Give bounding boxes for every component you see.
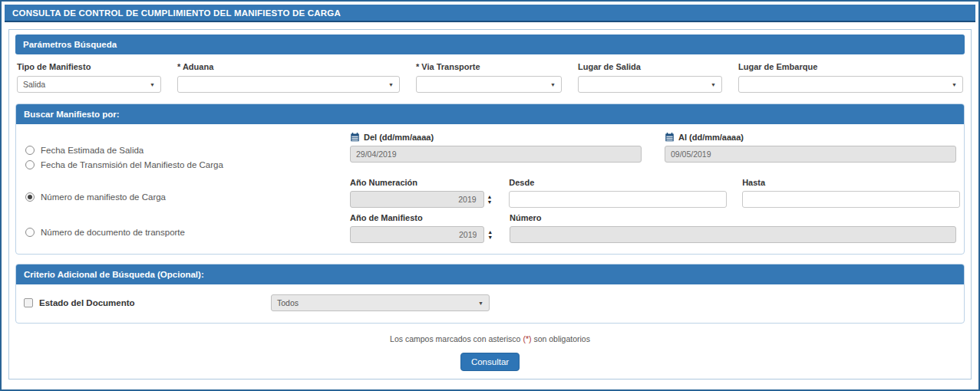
documento-number-fields: Año de Manifiesto ▲ ▼ Número bbox=[350, 208, 956, 243]
estado-documento-field: Estado del Documento bbox=[24, 298, 271, 307]
date-radio-group: Fecha Estimada de Salida Fecha de Transm… bbox=[24, 127, 350, 169]
params-section-header: Parámetros Búsqueda bbox=[15, 34, 965, 54]
radio-numero-manifiesto[interactable]: Número de manifiesto de Carga bbox=[25, 192, 350, 202]
tipo-manifiesto-label: Tipo de Manifiesto bbox=[17, 62, 161, 71]
note-asterisk: (*) bbox=[523, 334, 531, 343]
radio-label: Fecha Estimada de Salida bbox=[41, 146, 144, 155]
chevron-down-icon: ▼ bbox=[550, 82, 556, 87]
via-transporte-label: * Via Transporte bbox=[416, 62, 562, 71]
documento-radio-group: Número de documento de transporte bbox=[24, 208, 350, 243]
aduana-select[interactable]: ▼ bbox=[177, 76, 400, 93]
radio-label: Número de manifiesto de Carga bbox=[41, 192, 166, 202]
al-date-label: Al (dd/mm/aaaa) bbox=[678, 133, 744, 142]
anio-numeracion-input bbox=[350, 191, 484, 208]
field-fecha-al: Al (dd/mm/aaaa) bbox=[665, 127, 956, 169]
anio-numeracion-label: Año Numeración bbox=[350, 178, 495, 187]
anio-manifiesto-label: Año de Manifiesto bbox=[350, 213, 496, 222]
tipo-manifiesto-value: Salida bbox=[23, 80, 45, 89]
stepper-arrows: ▲ ▼ bbox=[484, 191, 496, 208]
hasta-label: Hasta bbox=[742, 178, 960, 187]
required-fields-note: Los campos marcados con asterisco (*) so… bbox=[15, 334, 965, 343]
band-dates: Fecha Estimada de Salida Fecha de Transm… bbox=[24, 127, 956, 169]
desde-input[interactable] bbox=[509, 191, 727, 208]
field-fecha-del: Del (dd/mm/aaaa) bbox=[350, 127, 642, 169]
criterio-section-body: Estado del Documento Todos ▼ bbox=[16, 284, 964, 323]
field-via-transporte: * Via Transporte ▼ bbox=[416, 62, 562, 93]
criterio-adicional-box: Criterio Adicional de Búsqueda (Opcional… bbox=[15, 264, 965, 324]
manifiesto-radio-group: Número de manifiesto de Carga bbox=[24, 172, 350, 208]
buscar-manifiesto-box: Buscar Manifiesto por: Fecha Estimada de… bbox=[15, 104, 965, 255]
app-window: CONSULTA DE CONTROL DE CUMPLIMIENTO DEL … bbox=[0, 0, 980, 391]
note-prefix: Los campos marcados con asterisco bbox=[390, 334, 520, 343]
chevron-down-icon: ▼ bbox=[711, 82, 716, 87]
field-tipo-manifiesto: Tipo de Manifiesto Salida ▼ bbox=[17, 62, 161, 93]
anio-manifiesto-stepper: ▲ ▼ bbox=[350, 226, 496, 243]
radio-fecha-estimada-salida[interactable]: Fecha Estimada de Salida bbox=[25, 146, 350, 155]
search-panel: Parámetros Búsqueda Tipo de Manifiesto S… bbox=[8, 29, 972, 380]
lugar-embarque-select[interactable]: ▼ bbox=[738, 76, 963, 93]
radio-numero-documento-transporte[interactable]: Número de documento de transporte bbox=[25, 228, 350, 237]
aduana-label: * Aduana bbox=[177, 62, 400, 71]
params-header-label: Parámetros Búsqueda bbox=[23, 40, 117, 49]
page-title-bar: CONSULTA DE CONTROL DE CUMPLIMIENTO DEL … bbox=[5, 5, 975, 22]
note-suffix: son obligatorios bbox=[533, 334, 590, 343]
lugar-salida-select[interactable]: ▼ bbox=[578, 76, 722, 93]
al-date-label-row: Al (dd/mm/aaaa) bbox=[665, 133, 956, 142]
hasta-input[interactable] bbox=[742, 191, 960, 208]
chevron-down-icon: ▼ bbox=[388, 82, 394, 87]
field-anio-numeracion: Año Numeración ▲ ▼ bbox=[350, 172, 495, 208]
stepper-arrows: ▲ ▼ bbox=[484, 226, 496, 243]
chevron-down-icon: ▼ bbox=[952, 82, 957, 87]
spinner-up-icon[interactable]: ▲ bbox=[487, 195, 492, 199]
calendar-icon bbox=[350, 133, 360, 142]
desde-label: Desde bbox=[509, 178, 727, 187]
spinner-down-icon[interactable]: ▼ bbox=[487, 200, 492, 205]
date-range-fields: Del (dd/mm/aaaa) Al (dd/mm/aaaa) bbox=[350, 127, 956, 169]
via-transporte-select[interactable]: ▼ bbox=[416, 76, 562, 93]
numero-input bbox=[510, 226, 956, 243]
field-lugar-embarque: Lugar de Embarque ▼ bbox=[738, 62, 963, 93]
estado-documento-checkbox[interactable] bbox=[24, 298, 33, 307]
field-desde: Desde bbox=[509, 172, 727, 208]
spinner-up-icon[interactable]: ▲ bbox=[487, 230, 493, 235]
band-documento-transporte: Número de documento de transporte Año de… bbox=[24, 208, 956, 243]
estado-documento-label: Estado del Documento bbox=[39, 298, 135, 307]
estado-documento-select: Todos ▼ bbox=[271, 294, 490, 311]
lugar-salida-label: Lugar de Salida bbox=[578, 62, 722, 71]
page-title: CONSULTA DE CONTROL DE CUMPLIMIENTO DEL … bbox=[12, 8, 341, 18]
buscar-section-body: Fecha Estimada de Salida Fecha de Transm… bbox=[16, 124, 964, 254]
tipo-manifiesto-select[interactable]: Salida ▼ bbox=[17, 76, 161, 93]
del-date-input bbox=[350, 146, 642, 163]
lugar-embarque-label: Lugar de Embarque bbox=[738, 62, 963, 71]
params-fields-row: Tipo de Manifiesto Salida ▼ * Aduana ▼ *… bbox=[15, 54, 965, 102]
radio-unselected-icon bbox=[25, 146, 35, 155]
al-date-input bbox=[665, 146, 956, 163]
numero-label: Número bbox=[510, 213, 956, 222]
radio-label: Fecha de Transmisión del Manifiesto de C… bbox=[41, 160, 223, 169]
radio-unselected-icon bbox=[25, 160, 35, 169]
radio-label: Número de documento de transporte bbox=[41, 228, 185, 237]
buscar-header-label: Buscar Manifiesto por: bbox=[24, 110, 120, 119]
field-lugar-salida: Lugar de Salida ▼ bbox=[578, 62, 722, 93]
chevron-down-icon: ▼ bbox=[150, 82, 155, 87]
anio-manifiesto-input bbox=[350, 226, 484, 243]
buscar-section-header: Buscar Manifiesto por: bbox=[16, 104, 964, 124]
criterio-header-label: Criterio Adicional de Búsqueda (Opcional… bbox=[24, 270, 204, 279]
del-date-label-row: Del (dd/mm/aaaa) bbox=[350, 133, 642, 142]
radio-unselected-icon bbox=[25, 228, 35, 237]
consultar-button[interactable]: Consultar bbox=[460, 353, 520, 371]
radio-fecha-transmision[interactable]: Fecha de Transmisión del Manifiesto de C… bbox=[25, 160, 350, 169]
estado-documento-value: Todos bbox=[277, 298, 299, 307]
radio-selected-icon bbox=[25, 192, 35, 202]
del-date-label: Del (dd/mm/aaaa) bbox=[364, 133, 434, 142]
chevron-down-icon: ▼ bbox=[478, 301, 483, 306]
calendar-icon bbox=[665, 133, 675, 142]
criterio-section-header: Criterio Adicional de Búsqueda (Opcional… bbox=[16, 264, 964, 284]
band-numero-manifiesto: Número de manifiesto de Carga Año Numera… bbox=[24, 172, 956, 208]
spinner-down-icon[interactable]: ▼ bbox=[487, 235, 493, 240]
field-hasta: Hasta bbox=[742, 172, 960, 208]
manifiesto-number-fields: Año Numeración ▲ ▼ Desde bbox=[350, 172, 960, 208]
field-numero: Número bbox=[510, 208, 956, 243]
anio-numeracion-stepper: ▲ ▼ bbox=[350, 191, 495, 208]
field-aduana: * Aduana ▼ bbox=[177, 62, 400, 93]
